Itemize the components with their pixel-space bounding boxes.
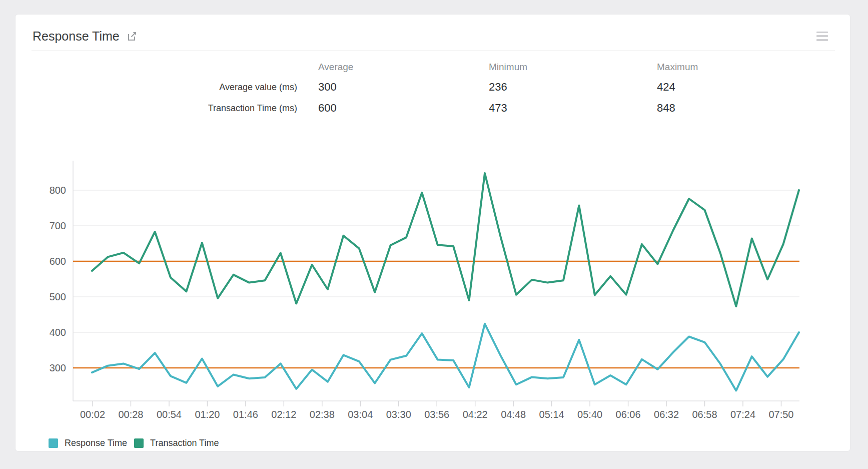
x-tick-label: 02:12	[271, 409, 296, 420]
x-tick-label: 01:20	[195, 409, 220, 420]
stats-value: 300	[297, 77, 468, 98]
x-tick-label: 06:06	[616, 409, 641, 420]
x-tick-label: 02:38	[310, 409, 335, 420]
widget-header: Response Time	[33, 28, 828, 45]
legend-label: Response Time	[65, 438, 127, 448]
x-tick-label: 07:24	[730, 409, 755, 420]
stats-col-average: Average	[297, 58, 468, 77]
stats-value: 600	[297, 98, 468, 119]
stats-row-label: Transaction Time (ms)	[16, 98, 297, 119]
stats-row-label: Average value (ms)	[16, 77, 297, 98]
stats-value: 473	[468, 98, 636, 119]
stats-value: 236	[468, 77, 636, 98]
stats-col-maximum: Maximum	[636, 58, 850, 77]
chart-legend: Response Time Transaction Time	[49, 438, 226, 448]
stats-value: 424	[636, 77, 850, 98]
x-tick-label: 03:04	[348, 409, 373, 420]
y-tick-label: 800	[50, 185, 66, 196]
y-tick-label: 700	[50, 220, 66, 231]
legend-item-transaction-time[interactable]: Transaction Time	[134, 438, 219, 448]
x-tick-label: 00:28	[118, 409, 143, 420]
x-tick-label: 04:48	[501, 409, 526, 420]
page-title: Response Time	[33, 29, 120, 44]
x-tick-label: 05:40	[577, 409, 602, 420]
line-chart[interactable]: 30040050060070080000:0200:2800:5401:2001…	[16, 145, 851, 425]
x-tick-label: 03:30	[386, 409, 411, 420]
x-tick-label: 01:46	[233, 409, 258, 420]
stats-col-minimum: Minimum	[468, 58, 636, 77]
x-tick-label: 00:54	[157, 409, 182, 420]
x-tick-label: 07:50	[768, 409, 793, 420]
chart-canvas[interactable]: 30040050060070080000:0200:2800:5401:2001…	[16, 145, 851, 425]
x-tick-label: 06:58	[692, 409, 717, 420]
response-time-widget: Response Time Average Minimum Maximum Av…	[15, 14, 850, 451]
legend-swatch-response-time	[49, 438, 58, 448]
legend-swatch-transaction-time	[134, 438, 144, 448]
y-tick-label: 300	[50, 362, 66, 373]
y-tick-label: 500	[50, 291, 66, 302]
x-tick-label: 06:32	[654, 409, 679, 420]
external-link-icon[interactable]	[127, 31, 138, 42]
x-tick-label: 04:22	[463, 409, 488, 420]
header-divider	[32, 51, 835, 51]
response-time-line[interactable]	[92, 324, 799, 391]
legend-label: Transaction Time	[150, 438, 219, 448]
stats-table: Average Minimum Maximum Average value (m…	[16, 58, 850, 119]
legend-item-response-time[interactable]: Response Time	[49, 438, 127, 448]
x-tick-label: 03:56	[424, 409, 449, 420]
y-tick-label: 600	[50, 256, 66, 267]
hamburger-menu-icon[interactable]	[816, 32, 828, 41]
transaction-time-line[interactable]	[92, 173, 799, 306]
stats-value: 848	[636, 98, 850, 119]
stats-corner-cell	[16, 58, 297, 77]
x-tick-label: 00:02	[80, 409, 105, 420]
y-tick-label: 400	[50, 327, 66, 338]
x-tick-label: 05:14	[539, 409, 564, 420]
